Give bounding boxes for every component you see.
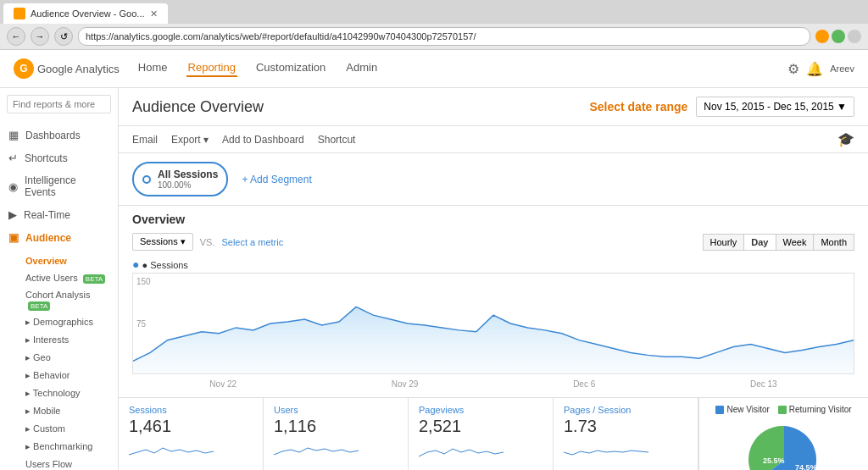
- sidebar-item-realtime[interactable]: ▶ Real-Time: [0, 203, 118, 226]
- sidebar-sub-custom[interactable]: ▸ Custom: [17, 420, 118, 438]
- shortcuts-icon: ↵: [8, 152, 18, 164]
- pie-section: New Visitor Returning Visitor: [699, 398, 868, 470]
- subnav-shortcut[interactable]: Shortcut: [318, 134, 356, 146]
- metric-pages-session-value: 1.73: [564, 417, 687, 436]
- segment-info: All Sessions 100.00%: [158, 169, 218, 190]
- chart-x-labels: Nov 22 Nov 29 Dec 6 Dec 13: [132, 378, 854, 390]
- metric-sessions: Sessions 1,461: [119, 398, 264, 470]
- refresh-button[interactable]: ↺: [54, 27, 73, 46]
- vs-label: VS.: [200, 237, 215, 247]
- date-range-label: Select date range: [589, 100, 687, 113]
- time-btn-month[interactable]: Month: [813, 234, 854, 251]
- sidebar-sub-benchmarking[interactable]: ▸ Benchmarking: [17, 438, 118, 456]
- sidebar: ▦ Dashboards ↵ Shortcuts ◉ Intelligence …: [0, 88, 119, 470]
- date-range-button[interactable]: Nov 15, 2015 - Dec 15, 2015 ▼: [696, 97, 854, 117]
- back-button[interactable]: ←: [7, 27, 25, 46]
- nav-customization[interactable]: Customization: [254, 61, 327, 77]
- page-title: Audience Overview: [132, 98, 264, 116]
- metric-users-label[interactable]: Users: [274, 405, 398, 415]
- pages-session-sparkline: [564, 440, 648, 461]
- browser-icon-1: [815, 30, 829, 43]
- sidebar-item-intelligence[interactable]: ◉ Intelligence Events: [0, 169, 118, 203]
- nav-admin[interactable]: Admin: [344, 61, 379, 77]
- metric-pages-session-label[interactable]: Pages / Session: [564, 405, 687, 415]
- metric-sessions-value: 1,461: [129, 417, 253, 436]
- active-users-badge: BETA: [83, 274, 105, 284]
- metric-users: Users 1,116: [264, 398, 409, 470]
- subnav-add-dashboard[interactable]: Add to Dashboard: [222, 134, 304, 146]
- browser-nav: ← → ↺ https://analytics.google.com/analy…: [0, 24, 868, 49]
- ga-logo: G Google Analytics: [14, 58, 120, 79]
- time-btn-day[interactable]: Day: [743, 234, 776, 251]
- segment-dot: [142, 175, 151, 184]
- time-btn-hourly[interactable]: Hourly: [703, 234, 745, 251]
- add-segment-button[interactable]: + Add Segment: [242, 174, 311, 185]
- top-nav-icons: ⚙ 🔔 Areev: [787, 61, 854, 77]
- subnav-email[interactable]: Email: [132, 134, 158, 146]
- metric-pageviews-label[interactable]: Pageviews: [419, 405, 542, 415]
- sidebar-sub-interests[interactable]: ▸ Interests: [17, 331, 118, 349]
- add-segment-label: + Add Segment: [242, 174, 311, 185]
- sidebar-label-audience: Audience: [25, 232, 71, 244]
- chart-date-2: Nov 29: [392, 379, 419, 389]
- active-tab[interactable]: Audience Overview - Goo... ✕: [3, 3, 168, 24]
- metrics-row: Sessions 1,461 Users 1,116 Pageviews 2,5…: [119, 397, 868, 470]
- notifications-icon[interactable]: 🔔: [806, 61, 823, 77]
- metric-pages-session: Pages / Session 1.73: [554, 398, 698, 470]
- sidebar-sub-users-flow[interactable]: Users Flow: [17, 456, 118, 470]
- sessions-chart-label: ● ● Sessions: [132, 257, 854, 271]
- sidebar-item-shortcuts[interactable]: ↵ Shortcuts: [0, 147, 118, 169]
- metric-pageviews-value: 2,521: [419, 417, 542, 436]
- sidebar-sub-technology[interactable]: ▸ Technology: [17, 384, 118, 402]
- sidebar-sub-cohort[interactable]: Cohort Analysis BETA: [17, 286, 118, 313]
- sidebar-audience-sub: Overview Active Users BETA Cohort Analys…: [0, 252, 118, 470]
- tab-bar: Audience Overview - Goo... ✕: [0, 0, 868, 24]
- sidebar-label-dashboards: Dashboards: [25, 130, 81, 141]
- chart-date-4: Dec 13: [750, 379, 777, 389]
- sidebar-sub-overview[interactable]: Overview: [17, 252, 118, 269]
- sidebar-item-dashboards[interactable]: ▦ Dashboards: [0, 124, 118, 147]
- metric-sessions-label[interactable]: Sessions: [129, 405, 253, 415]
- chart-y-150: 150: [136, 277, 151, 286]
- legend-new-visitor: New Visitor: [715, 405, 769, 414]
- brand-name: Google Analytics: [37, 63, 120, 75]
- search-input[interactable]: [7, 95, 111, 113]
- pie-container: New Visitor Returning Visitor: [698, 398, 868, 470]
- mortarboard-icon[interactable]: 🎓: [837, 131, 854, 147]
- segment-pill: All Sessions 100.00%: [132, 162, 228, 196]
- overview-title: Overview: [132, 213, 854, 226]
- browser-icon-3: [848, 30, 861, 43]
- nav-reporting[interactable]: Reporting: [186, 61, 237, 77]
- subnav-export[interactable]: Export ▾: [171, 134, 209, 146]
- sidebar-sub-demographics[interactable]: ▸ Demographics: [17, 313, 118, 331]
- dashboards-icon: ▦: [8, 129, 19, 141]
- sidebar-sub-mobile[interactable]: ▸ Mobile: [17, 402, 118, 420]
- time-buttons: Hourly Day Week Month: [704, 234, 854, 251]
- pie-legend: New Visitor Returning Visitor: [715, 405, 851, 414]
- sub-nav: Email Export ▾ Add to Dashboard Shortcut…: [119, 126, 868, 153]
- forward-button[interactable]: →: [31, 27, 49, 46]
- sidebar-sub-behavior[interactable]: ▸ Behavior: [17, 367, 118, 384]
- ga-logo-icon: G: [14, 58, 34, 79]
- close-tab-icon[interactable]: ✕: [150, 8, 158, 19]
- sidebar-sub-geo[interactable]: ▸ Geo: [17, 349, 118, 367]
- time-btn-week[interactable]: Week: [776, 234, 815, 251]
- svg-text:25.5%: 25.5%: [763, 456, 785, 465]
- audience-icon: ▣: [8, 231, 19, 244]
- chart-y-75: 75: [136, 319, 146, 329]
- date-range-section: Select date range Nov 15, 2015 - Dec 15,…: [589, 97, 854, 117]
- select-metric-link[interactable]: Select a metric: [221, 237, 283, 247]
- chart-date-1: Nov 22: [209, 379, 236, 389]
- sessions-metric-button[interactable]: Sessions ▾: [132, 233, 193, 251]
- top-nav-links: Home Reporting Customization Admin: [136, 61, 787, 77]
- sidebar-item-audience[interactable]: ▣ Audience: [0, 226, 118, 249]
- browser-icon-2: [832, 30, 845, 43]
- new-visitor-dot: [715, 406, 724, 414]
- sidebar-sub-active-users[interactable]: Active Users BETA: [17, 269, 118, 286]
- settings-icon[interactable]: ⚙: [787, 61, 799, 77]
- address-bar[interactable]: https://analytics.google.com/analytics/w…: [78, 27, 810, 46]
- nav-home[interactable]: Home: [136, 61, 170, 77]
- main-content: Audience Overview Select date range Nov …: [119, 88, 868, 470]
- segment-label: All Sessions: [158, 169, 218, 180]
- sidebar-label-shortcuts: Shortcuts: [25, 152, 68, 164]
